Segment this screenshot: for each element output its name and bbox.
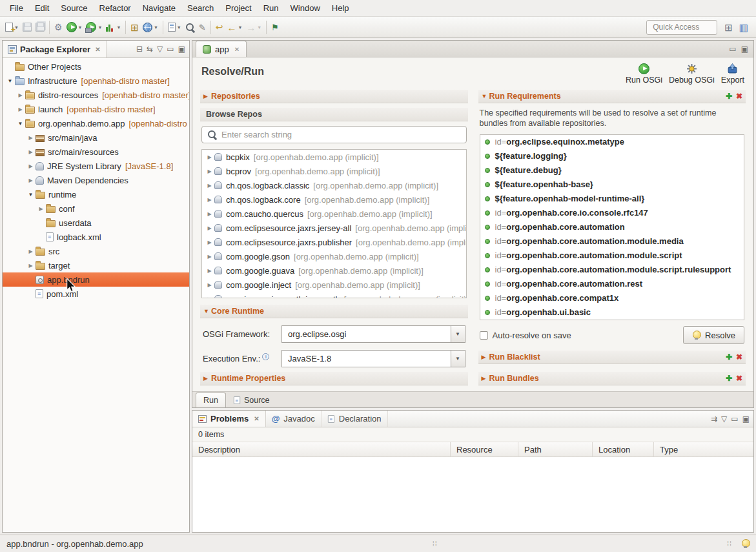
repo-search-box[interactable] [201,126,467,143]
menu-edit[interactable]: Edit [29,1,55,15]
requirement-item[interactable]: id=org.openhab.core.automation.rest [480,277,744,291]
chevron-down-icon[interactable]: ▼ [154,25,158,30]
expand-arrow-icon[interactable]: ▶ [205,197,214,203]
tree-item-pom-xml[interactable]: pom.xml [3,287,189,301]
section-core-runtime[interactable]: ▼ Core Runtime [200,305,468,318]
debug-button[interactable]: ▼ [84,19,104,36]
new-java-project-button[interactable]: ⊞ [128,19,141,36]
tree-item-runtime[interactable]: ▼runtime [3,187,189,201]
remove-requirement-icon[interactable]: ✖ [736,92,742,101]
section-run-bundles[interactable]: ▶ Run Bundles ✚ ✖ [478,372,746,385]
collapse-all-icon[interactable]: ⊟ [136,45,143,54]
collapse-arrow-icon[interactable]: ▼ [482,93,489,99]
expand-arrow-icon[interactable]: ▶ [205,225,214,231]
view-menu-icon[interactable]: ▽ [157,45,163,54]
tree-item-src-main-java[interactable]: ▶src/main/java [3,130,189,145]
repo-item-com-google-guava[interactable]: ▶com.google.guava[org.openhab.demo.app (… [202,263,466,278]
minimize-icon[interactable]: ▭ [167,45,174,54]
menu-help[interactable]: Help [326,1,355,15]
minimize-icon[interactable]: ▭ [729,45,736,54]
run-button[interactable]: ▼ [65,19,85,36]
editor-tab-app[interactable]: app ✕ [196,41,247,57]
tree-item-launch[interactable]: ▶launch[openhab-distro master] [3,102,189,116]
expand-arrow-icon[interactable]: ▶ [26,135,36,141]
repo-item-bcprov[interactable]: ▶bcprov[org.openhab.demo.app (implicit)] [202,164,466,178]
tree-item-other-projects[interactable]: Other Projects [3,59,189,74]
last-edit-location-button[interactable]: ↩ [214,19,225,36]
section-repositories[interactable]: ▶ Repositories [200,90,468,103]
forward-button[interactable]: →▼ [244,19,263,36]
tab-problems[interactable]: Problems✕ [192,411,266,427]
repo-item-com-caucho-quercus[interactable]: ▶com.caucho.quercus[org.openhab.demo.app… [202,207,466,221]
maximize-icon[interactable]: ▣ [741,45,748,54]
tree-item-infrastructure[interactable]: ▼Infrastructure[openhab-distro master] [3,74,189,88]
repo-item-com-jayway-jsonpath-json-path[interactable]: ▶com.jayway.jsonpath.json-path[org.openh… [202,292,466,298]
menu-source[interactable]: Source [55,1,93,15]
expand-arrow-icon[interactable]: ▶ [26,178,36,183]
tab-declaration[interactable]: Declaration [322,411,388,427]
expand-arrow-icon[interactable]: ▶ [205,282,214,288]
requirement-item[interactable]: id=org.openhab.core.io.console.rfc147 [480,206,744,220]
chevron-down-icon[interactable]: ▼ [177,25,181,30]
export-button[interactable]: Export [721,63,744,85]
requirement-item[interactable]: id=org.openhab.core.automation.module.sc… [480,249,744,263]
tree-item-target[interactable]: ▶target [3,258,189,272]
repo-search-input[interactable] [221,130,461,139]
save-all-button[interactable] [34,19,46,36]
menu-run[interactable]: Run [258,1,285,15]
toggle-annotations-button[interactable]: ✎ [197,19,208,36]
expand-arrow-icon[interactable]: ▶ [26,149,36,155]
java-perspective-button[interactable]: ▥ [737,19,750,36]
tree-item-org-openhab-demo-app[interactable]: ▼org.openhab.demo.app[openhab-distro mas… [3,116,189,130]
requirement-item[interactable]: id=org.openhab.core.automation.module.sc… [480,263,744,277]
maximize-icon[interactable]: ▣ [178,45,185,54]
chevron-down-icon[interactable]: ▼ [451,351,465,367]
maximize-icon[interactable]: ▣ [742,414,750,424]
collapse-arrow-icon[interactable]: ▼ [5,78,15,84]
close-icon[interactable]: ✕ [95,46,100,53]
save-button[interactable] [21,19,34,36]
run-osgi-button[interactable]: Run OSGi [626,63,662,85]
requirement-item[interactable]: id=org.eclipse.equinox.metatype [480,135,744,149]
remove-bundle-icon[interactable]: ✖ [736,374,742,383]
open-web-browser-button[interactable]: ▼ [141,19,160,36]
expand-arrow-icon[interactable]: ▶ [205,183,214,189]
link-with-editor-icon[interactable]: ⇆ [147,45,153,54]
menu-refactor[interactable]: Refactor [94,1,137,15]
menu-search[interactable]: Search [181,1,220,15]
requirement-item[interactable]: ${feature.openhab-base} [480,178,744,192]
expand-arrow-icon[interactable]: ▶ [205,211,214,217]
section-run-requirements[interactable]: ▼ Run Requirements ✚ ✖ [478,90,746,103]
expand-arrow-icon[interactable]: ▶ [15,92,25,98]
remove-blacklist-icon[interactable]: ✖ [736,353,742,362]
new-wizard-button[interactable]: ▼ [3,19,21,36]
repo-item-bcpkix[interactable]: ▶bcpkix[org.openhab.demo.app (implicit)] [202,150,466,164]
tree-item-logback-xml[interactable]: logback.xml [3,230,189,244]
open-perspective-button[interactable]: ⊞ [722,19,735,36]
chevron-down-icon[interactable]: ▼ [451,326,465,342]
collapse-arrow-icon[interactable]: ▼ [15,121,25,127]
chevron-down-icon[interactable]: ▼ [238,25,242,30]
view-menu-icon[interactable]: ▽ [721,414,727,424]
menu-window[interactable]: Window [285,1,326,15]
tree-item-userdata[interactable]: userdata [3,216,189,230]
requirement-item[interactable]: id=org.openhab.ui.paper [480,320,744,321]
expand-arrow-icon[interactable]: ▶ [205,240,214,245]
menu-navigate[interactable]: Navigate [137,1,181,15]
expand-arrow-icon[interactable]: ▶ [15,107,25,112]
requirement-item[interactable]: id=org.openhab.core.automation.module.me… [480,234,744,249]
column-header-description[interactable]: Description [192,442,451,456]
tree-item-distro-resources[interactable]: ▶distro-resources[openhab-distro master] [3,88,189,102]
menu-file[interactable]: File [4,1,29,15]
tab-javadoc[interactable]: @Javadoc [266,411,322,427]
menu-project[interactable]: Project [220,1,257,15]
repo-item-com-google-gson[interactable]: ▶com.google.gson[org.openhab.demo.app (i… [202,249,466,263]
tree-item-conf[interactable]: ▶conf [3,201,189,216]
section-run-blacklist[interactable]: ▶ Run Blacklist ✚ ✖ [478,351,746,364]
expand-arrow-icon[interactable]: ▶ [205,254,214,260]
execution-env-combo[interactable]: JavaSE-1.8 ▼ [281,350,465,367]
repo-item-com-eclipsesource-jaxrs-publisher[interactable]: ▶com.eclipsesource.jaxrs.publisher[org.o… [202,235,466,249]
chevron-down-icon[interactable]: ▼ [116,25,121,30]
expand-arrow-icon[interactable]: ▶ [205,296,214,299]
requirement-item[interactable]: id=org.openhab.ui.basic [480,305,744,320]
